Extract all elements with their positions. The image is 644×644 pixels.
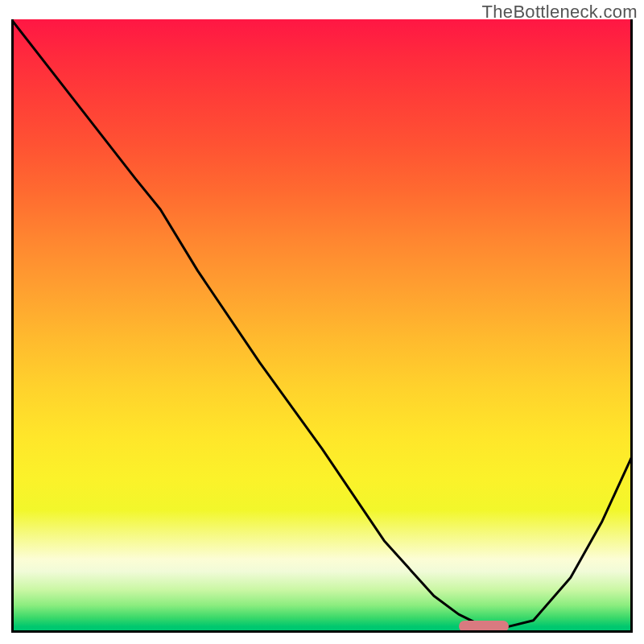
- axis-left: [11, 19, 14, 633]
- axis-bottom: [11, 630, 633, 633]
- watermark-text: TheBottleneck.com: [482, 2, 638, 23]
- chart-container: TheBottleneck.com: [0, 0, 644, 644]
- bottleneck-curve: [11, 19, 633, 633]
- axis-right: [630, 19, 633, 633]
